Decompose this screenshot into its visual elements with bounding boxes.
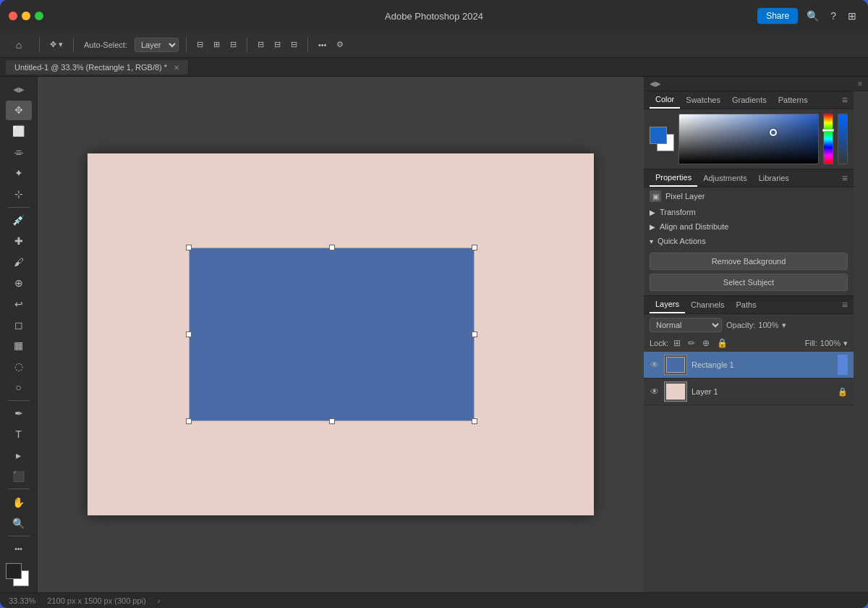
quick-select-tool[interactable]: ✦ bbox=[6, 164, 32, 183]
eraser-tool[interactable]: ◻ bbox=[6, 315, 32, 334]
handle-top-right[interactable] bbox=[472, 245, 477, 250]
lock-pixels-button[interactable]: ⊞ bbox=[671, 337, 683, 349]
tab-libraries[interactable]: Libraries bbox=[753, 170, 795, 186]
shape-tool[interactable]: ⬛ bbox=[6, 467, 32, 486]
layer-item-rectangle[interactable]: 👁 Rectangle 1 bbox=[644, 352, 854, 379]
hand-tool[interactable]: ✋ bbox=[6, 492, 32, 512]
select-subject-button[interactable]: Select Subject bbox=[650, 274, 848, 291]
color-box-stack[interactable] bbox=[650, 127, 674, 151]
tab-properties[interactable]: Properties bbox=[650, 169, 697, 187]
zoom-tool[interactable]: 🔍 bbox=[6, 513, 32, 533]
document-tab[interactable]: Untitled-1 @ 33.3% (Rectangle 1, RGB/8) … bbox=[6, 60, 189, 75]
rectangle-layer[interactable] bbox=[189, 248, 475, 421]
collapse-right-icon[interactable]: ◀▶ bbox=[647, 78, 664, 89]
layer-eye-rectangle[interactable]: 👁 bbox=[650, 360, 660, 370]
path-select-tool[interactable]: ▸ bbox=[6, 446, 32, 465]
maximize-button[interactable] bbox=[35, 12, 43, 20]
share-button[interactable]: Share bbox=[757, 8, 798, 24]
arrange-button[interactable]: ⊞ bbox=[845, 9, 859, 23]
marquee-tool[interactable]: ⬜ bbox=[6, 122, 32, 141]
app-title: Adobe Photoshop 2024 bbox=[385, 11, 483, 22]
align-right[interactable]: ⊟ bbox=[227, 38, 239, 51]
toolbar-home[interactable]: ⌂ bbox=[6, 35, 32, 55]
tool-sep2 bbox=[8, 400, 30, 401]
clone-tool[interactable]: ⊕ bbox=[6, 273, 32, 292]
layer-eye-layer1[interactable]: 👁 bbox=[650, 387, 660, 397]
layers-lock-row: Lock: ⊞ ✏ ⊕ 🔒 Fill: 100% ▾ bbox=[644, 336, 854, 352]
gradient-tool[interactable]: ▦ bbox=[6, 336, 32, 355]
color-spectrum-picker[interactable] bbox=[678, 114, 819, 164]
extra-tools[interactable]: ••• bbox=[6, 539, 32, 559]
handle-top-center[interactable] bbox=[329, 245, 335, 250]
handle-middle-right[interactable] bbox=[472, 332, 477, 337]
tool-sep3 bbox=[8, 489, 30, 489]
move-tool[interactable]: ✥ bbox=[6, 101, 32, 120]
brush-tool[interactable]: 🖌 bbox=[6, 252, 32, 271]
eyedropper-tool[interactable]: 💉 bbox=[6, 211, 32, 230]
tab-adjustments[interactable]: Adjustments bbox=[697, 170, 753, 186]
handle-bottom-center[interactable] bbox=[329, 418, 335, 424]
crop-tool[interactable]: ⊹ bbox=[6, 185, 32, 204]
left-toolbar: ◀▶ ✥ ⬜ ⌯ ✦ ⊹ 💉 ✚ 🖌 ⊕ ↩ ◻ ▦ ◌ ○ ✒ T ▸ ⬛ ✋… bbox=[0, 77, 38, 592]
pen-tool[interactable]: ✒ bbox=[6, 404, 32, 423]
lock-position-button[interactable]: ✏ bbox=[686, 337, 697, 349]
transform-label: Transform bbox=[660, 208, 696, 216]
healing-tool[interactable]: ✚ bbox=[6, 231, 32, 250]
layer-item-layer1[interactable]: 👁 Layer 1 🔒 bbox=[644, 379, 854, 405]
distribute-bottom[interactable]: ⊟ bbox=[288, 38, 300, 51]
quick-actions-header[interactable]: ▾ Quick Actions bbox=[644, 234, 854, 248]
lasso-tool[interactable]: ⌯ bbox=[6, 143, 32, 162]
handle-bottom-right[interactable] bbox=[472, 418, 477, 424]
help-button[interactable]: ? bbox=[827, 9, 839, 23]
auto-select-dropdown[interactable]: Layer Group bbox=[135, 38, 179, 52]
collapse-left-icon[interactable]: ◀▶ bbox=[6, 80, 32, 99]
transform-section-header[interactable]: ▶ Transform bbox=[644, 205, 854, 219]
tab-swatches[interactable]: Swatches bbox=[680, 92, 726, 108]
settings-icon[interactable]: ⚙ bbox=[333, 38, 346, 51]
extra-options[interactable]: ••• bbox=[315, 39, 330, 51]
color-swatches[interactable] bbox=[6, 563, 32, 589]
panel-menu-top[interactable]: ≡ bbox=[855, 78, 865, 89]
history-brush-tool[interactable]: ↩ bbox=[6, 294, 32, 313]
tab-channels[interactable]: Channels bbox=[685, 297, 730, 313]
foreground-color-box[interactable] bbox=[650, 127, 667, 144]
handle-middle-left[interactable] bbox=[186, 332, 192, 337]
dodge-tool[interactable]: ○ bbox=[6, 378, 32, 397]
tab-close-icon[interactable]: ✕ bbox=[174, 64, 179, 72]
foreground-color-swatch[interactable] bbox=[6, 563, 22, 579]
tab-gradients[interactable]: Gradients bbox=[726, 92, 773, 108]
lock-artboard-button[interactable]: ⊕ bbox=[700, 337, 712, 349]
tab-patterns[interactable]: Patterns bbox=[773, 92, 814, 108]
hue-slider[interactable] bbox=[823, 114, 833, 164]
tab-layers[interactable]: Layers bbox=[650, 296, 685, 313]
properties-panel-menu-icon[interactable]: ≡ bbox=[842, 172, 848, 184]
blur-tool[interactable]: ◌ bbox=[6, 357, 32, 376]
distribute-top[interactable]: ⊟ bbox=[255, 38, 267, 51]
blend-mode-select[interactable]: Normal Multiply Screen bbox=[650, 318, 722, 332]
color-panel-menu-icon[interactable]: ≡ bbox=[842, 94, 848, 106]
lock-all-button[interactable]: 🔒 bbox=[715, 337, 730, 349]
align-left[interactable]: ⊟ bbox=[194, 38, 206, 51]
handle-top-left[interactable] bbox=[186, 245, 192, 250]
move-tool-options[interactable]: ✥ ▾ bbox=[47, 38, 66, 51]
align-center-h[interactable]: ⊞ bbox=[210, 38, 223, 51]
layers-panel-menu-icon[interactable]: ≡ bbox=[842, 299, 848, 311]
distribute-center[interactable]: ⊟ bbox=[271, 38, 284, 51]
remove-background-button[interactable]: Remove Background bbox=[650, 253, 848, 270]
tab-paths[interactable]: Paths bbox=[731, 297, 762, 313]
opacity-slider-color[interactable] bbox=[838, 114, 848, 164]
titlebar: Adobe Photoshop 2024 Share 🔍 ? ⊞ bbox=[0, 0, 868, 32]
fill-dropdown-icon[interactable]: ▾ bbox=[843, 339, 848, 348]
search-button[interactable]: 🔍 bbox=[804, 9, 822, 23]
opacity-value[interactable]: 100% bbox=[758, 321, 778, 329]
nav-arrow[interactable]: › bbox=[158, 596, 161, 605]
fill-value[interactable]: 100% bbox=[820, 339, 841, 347]
opacity-dropdown-icon[interactable]: ▾ bbox=[782, 321, 786, 330]
tab-color[interactable]: Color bbox=[650, 91, 680, 109]
minimize-button[interactable] bbox=[22, 12, 30, 20]
align-section-header[interactable]: ▶ Align and Distribute bbox=[644, 219, 854, 234]
close-button[interactable] bbox=[9, 12, 17, 20]
type-tool[interactable]: T bbox=[6, 425, 32, 444]
handle-bottom-left[interactable] bbox=[186, 418, 192, 424]
dimensions-info: 2100 px x 1500 px (300 ppi) bbox=[47, 596, 145, 605]
